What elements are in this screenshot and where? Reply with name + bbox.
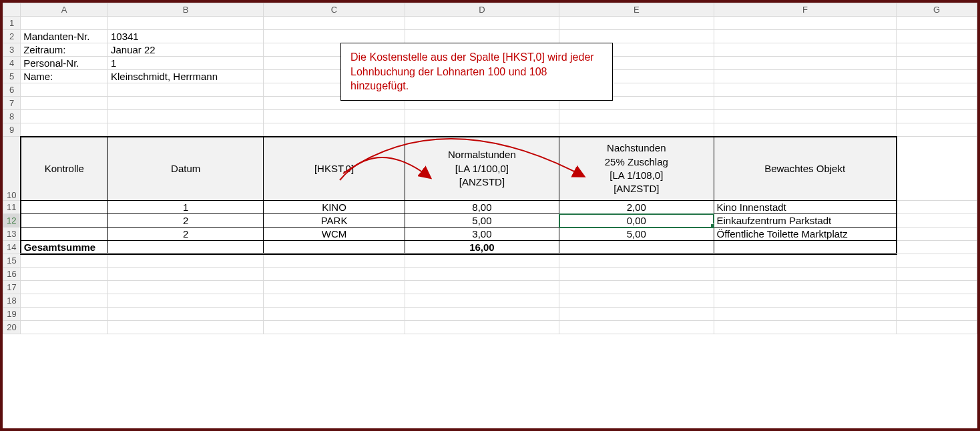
hdr-normal-l2: [LA 1/100,0] [455, 163, 509, 174]
hdr-nacht-l2: 25% Zuschlag [605, 156, 668, 167]
cell-F2[interactable] [714, 30, 897, 43]
cell-A4[interactable]: Personal-Nr. [21, 57, 108, 70]
cell-B1[interactable] [107, 17, 263, 30]
cell-F12[interactable]: Einkaufzentrum Parkstadt [714, 214, 897, 228]
cell-F3[interactable] [714, 43, 897, 57]
hdr-normalstunden[interactable]: Normalstunden [LA 1/100,0] [ANZSTD] [405, 137, 559, 201]
row-header-12[interactable]: 12 [3, 214, 21, 228]
cell-B13[interactable]: 2 [107, 228, 263, 241]
cell-D12[interactable]: 5,00 [405, 214, 559, 228]
cell-F13[interactable]: Öffentliche Toilette Marktplatz [714, 228, 897, 241]
row-header-16[interactable]: 16 [3, 268, 21, 281]
cell-B3[interactable]: Januar 22 [107, 43, 263, 57]
row-header-10[interactable]: 10 [3, 137, 21, 201]
cell-C14[interactable] [264, 241, 405, 254]
cell-C12[interactable]: PARK [264, 214, 405, 228]
cell-F11[interactable]: Kino Innenstadt [714, 201, 897, 214]
col-header-F[interactable]: F [714, 3, 897, 17]
cell-B14[interactable] [107, 241, 263, 254]
cell-A2[interactable]: Mandanten-Nr. [21, 30, 108, 43]
cell-E1[interactable] [559, 17, 714, 30]
cell-B5[interactable]: Kleinschmidt, Herrmann [107, 70, 263, 83]
row-header-18[interactable]: 18 [3, 294, 21, 308]
col-header-A[interactable]: A [21, 3, 108, 17]
cell-A13[interactable] [21, 228, 108, 241]
cell-G1[interactable] [897, 17, 977, 30]
cell-A12[interactable] [21, 214, 108, 228]
cell-E13[interactable]: 5,00 [559, 228, 714, 241]
cell-D13[interactable]: 3,00 [405, 228, 559, 241]
annotation-callout: Die Kostenstelle aus der Spalte [HKST,0]… [340, 43, 613, 101]
cell-D2[interactable] [405, 30, 559, 43]
row-header-9[interactable]: 9 [3, 123, 21, 137]
annotation-text: Die Kostenstelle aus der Spalte [HKST,0]… [350, 51, 594, 91]
hdr-objekt[interactable]: Bewachtes Objekt [714, 137, 897, 201]
cell-B2[interactable]: 10341 [107, 30, 263, 43]
cell-F4[interactable] [714, 57, 897, 70]
row-header-4[interactable]: 4 [3, 57, 21, 70]
cell-G3[interactable] [897, 43, 977, 57]
cell-E11[interactable]: 2,00 [559, 201, 714, 214]
row-header-11[interactable]: 11 [3, 201, 21, 214]
cell-C13[interactable]: WCM [264, 228, 405, 241]
row-header-8[interactable]: 8 [3, 110, 21, 123]
cell-B11[interactable]: 1 [107, 201, 263, 214]
row-header-13[interactable]: 13 [3, 228, 21, 241]
cell-G14[interactable] [897, 241, 977, 254]
cell-D1[interactable] [405, 17, 559, 30]
col-header-G[interactable]: G [897, 3, 977, 17]
col-header-C[interactable]: C [264, 3, 405, 17]
col-header-E[interactable]: E [559, 3, 714, 17]
cell-E2[interactable] [559, 30, 714, 43]
cell-D14-sum[interactable]: 16,00 [405, 241, 559, 254]
hdr-normal-l1: Normalstunden [448, 149, 516, 160]
cell-B4[interactable]: 1 [107, 57, 263, 70]
col-header-D[interactable]: D [405, 3, 559, 17]
cell-C1[interactable] [264, 17, 405, 30]
row-header-1[interactable]: 1 [3, 17, 21, 30]
hdr-nacht-l4: [ANZSTD] [614, 183, 659, 194]
select-all-corner[interactable] [3, 3, 21, 17]
cell-G12[interactable] [897, 214, 977, 228]
spreadsheet-frame: A B C D E F G 1 2 Mandanten-Nr. 10341 3 … [0, 0, 980, 431]
cell-B12[interactable]: 2 [107, 214, 263, 228]
cell-G5[interactable] [897, 70, 977, 83]
cell-F1[interactable] [714, 17, 897, 30]
row-header-3[interactable]: 3 [3, 43, 21, 57]
row-header-19[interactable]: 19 [3, 308, 21, 321]
hdr-nacht-l1: Nachstunden [607, 142, 666, 153]
row-header-20[interactable]: 20 [3, 321, 21, 334]
row-header-2[interactable]: 2 [3, 30, 21, 43]
hdr-nachstunden[interactable]: Nachstunden 25% Zuschlag [LA 1/108,0] [A… [559, 137, 714, 201]
cell-G11[interactable] [897, 201, 977, 214]
cell-A3[interactable]: Zeitraum: [21, 43, 108, 57]
cell-A11[interactable] [21, 201, 108, 214]
hdr-kontrolle[interactable]: Kontrolle [21, 137, 108, 201]
hdr-normal-l3: [ANZSTD] [459, 176, 505, 187]
hdr-nacht-l3: [LA 1/108,0] [609, 169, 663, 181]
row-header-5[interactable]: 5 [3, 70, 21, 83]
row-header-15[interactable]: 15 [3, 254, 21, 268]
cell-A1[interactable] [21, 17, 108, 30]
cell-A5[interactable]: Name: [21, 70, 108, 83]
col-header-B[interactable]: B [107, 3, 263, 17]
cell-F5[interactable] [714, 70, 897, 83]
cell-F14[interactable] [714, 241, 897, 254]
column-header-row[interactable]: A B C D E F G [3, 3, 977, 17]
row-header-6[interactable]: 6 [3, 83, 21, 97]
cell-D11[interactable]: 8,00 [405, 201, 559, 214]
cell-G10[interactable] [897, 137, 977, 201]
cell-G4[interactable] [897, 57, 977, 70]
cell-C2[interactable] [264, 30, 405, 43]
cell-E12-active[interactable]: 0,00 [559, 214, 714, 228]
cell-G13[interactable] [897, 228, 977, 241]
cell-E14[interactable] [559, 241, 714, 254]
cell-G2[interactable] [897, 30, 977, 43]
cell-C11[interactable]: KINO [264, 201, 405, 214]
cell-A14-sum-label[interactable]: Gesamtsumme [21, 241, 108, 254]
hdr-datum[interactable]: Datum [107, 137, 263, 201]
row-header-17[interactable]: 17 [3, 281, 21, 294]
row-header-7[interactable]: 7 [3, 97, 21, 110]
row-header-14[interactable]: 14 [3, 241, 21, 254]
hdr-hkst[interactable]: [HKST,0] [264, 137, 405, 201]
